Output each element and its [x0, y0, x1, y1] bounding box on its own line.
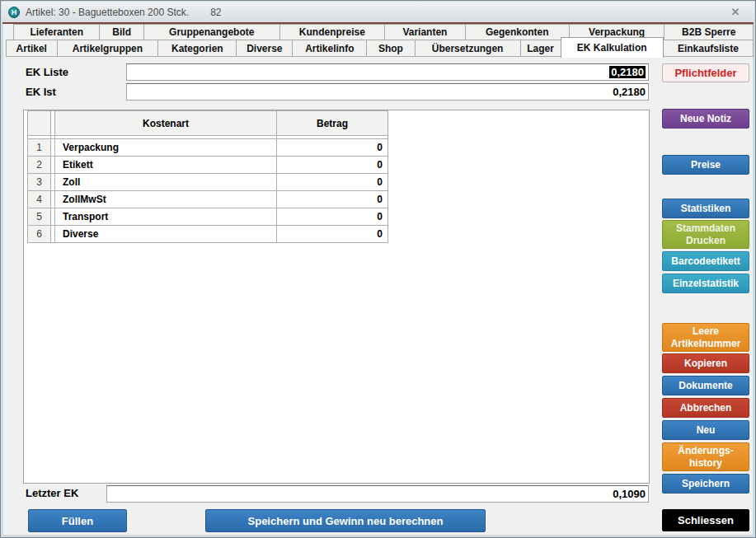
- einzelstatistik-button[interactable]: Einzelstatistik: [662, 274, 749, 293]
- tab-ek-kalkulation[interactable]: EK Kalkulation: [561, 37, 664, 58]
- tab-shop[interactable]: Shop: [366, 40, 415, 57]
- table-row-betrag[interactable]: 0: [277, 139, 387, 156]
- table-corner-cell: [28, 111, 50, 135]
- table-row-kostenart[interactable]: ZollMwSt: [55, 191, 276, 208]
- aenderungs-history-button[interactable]: Änderungs-history: [662, 442, 749, 471]
- column-header-kostenart: Kostenart: [55, 111, 276, 135]
- table-row-betrag[interactable]: 0: [277, 226, 387, 242]
- ek-liste-label: EK Liste: [26, 66, 68, 78]
- close-icon[interactable]: ✕: [726, 4, 744, 19]
- pflichtfelder-button[interactable]: Pflichtfelder: [662, 63, 749, 82]
- table-row-betrag[interactable]: 0: [277, 191, 387, 208]
- tab-row-2: Artikel Artikelgruppen Kategorien Divers…: [4, 40, 754, 57]
- speichern-button[interactable]: Speichern: [662, 474, 749, 494]
- artikel-window: H Artikel: 30 - Baguetteboxen 200 Stck. …: [0, 0, 756, 538]
- tab-b2b-sperre[interactable]: B2B Sperre: [664, 24, 754, 40]
- stammdaten-drucken-button[interactable]: Stammdaten Drucken: [662, 220, 749, 249]
- row-number: 2: [28, 157, 50, 173]
- letzter-ek-value: 0,1090: [613, 488, 646, 500]
- table-row-betrag[interactable]: 0: [277, 174, 387, 190]
- letzter-ek-field[interactable]: 0,1090: [106, 485, 649, 503]
- tab-artikelgruppen[interactable]: Artikelgruppen: [57, 40, 159, 57]
- window-title-number: 82: [210, 7, 221, 18]
- ek-ist-label: EK Ist: [26, 86, 56, 98]
- ek-liste-value: 0,2180: [609, 66, 646, 78]
- table-row-kostenart[interactable]: Verpackung: [55, 139, 276, 156]
- app-icon: H: [8, 7, 20, 18]
- row-number: 5: [28, 208, 50, 225]
- statistiken-button[interactable]: Statistiken: [662, 199, 749, 218]
- kopieren-button[interactable]: Kopieren: [662, 353, 749, 373]
- tab-diverse[interactable]: Diverse: [236, 40, 293, 57]
- letzter-ek-label: Letzter EK: [26, 487, 78, 499]
- preise-button[interactable]: Preise: [662, 155, 749, 175]
- ek-ist-field[interactable]: 0,2180: [126, 83, 649, 101]
- ek-ist-value: 0,2180: [613, 86, 646, 98]
- leere-artikelnummer-button[interactable]: Leere Artikelnummer: [662, 323, 749, 352]
- table-row-kostenart[interactable]: Etikett: [55, 157, 276, 173]
- kostenart-table: Kostenart Betrag 1 Verpackung 0 2 Etiket…: [27, 110, 388, 243]
- row-number: 4: [28, 191, 50, 208]
- table-row-betrag[interactable]: 0: [277, 157, 387, 173]
- row-number: 6: [28, 226, 50, 242]
- neu-button[interactable]: Neu: [662, 420, 749, 440]
- ek-liste-field[interactable]: 0,2180: [126, 63, 649, 81]
- tab-lager[interactable]: Lager: [520, 40, 561, 57]
- tab-kategorien[interactable]: Kategorien: [157, 40, 237, 57]
- tab-einkaufsliste[interactable]: Einkaufsliste: [663, 40, 754, 57]
- table-row-kostenart[interactable]: Zoll: [55, 174, 276, 190]
- neue-notiz-button[interactable]: Neue Notiz: [662, 109, 749, 129]
- tab-artikelinfo[interactable]: Artikelinfo: [292, 40, 367, 57]
- barcodeetikett-button[interactable]: Barcodeetikett: [662, 251, 749, 271]
- abbrechen-button[interactable]: Abbrechen: [662, 398, 749, 418]
- row-number: 1: [28, 139, 50, 156]
- tab-gruppenangebote[interactable]: Gruppenangebote: [143, 24, 280, 40]
- tab-kundenpreise[interactable]: Kundenpreise: [279, 24, 385, 40]
- column-header-betrag: Betrag: [277, 111, 387, 135]
- table-row-betrag[interactable]: 0: [277, 208, 387, 225]
- tab-artikel[interactable]: Artikel: [6, 40, 58, 57]
- schliessen-button[interactable]: Schliessen: [662, 509, 749, 531]
- table-row-kostenart[interactable]: Transport: [55, 208, 276, 225]
- tab-gegenkonten[interactable]: Gegenkonten: [465, 24, 570, 40]
- dokumente-button[interactable]: Dokumente: [662, 376, 749, 395]
- title-bar: H Artikel: 30 - Baguetteboxen 200 Stck. …: [2, 2, 754, 22]
- window-title: Artikel: 30 - Baguetteboxen 200 Stck.: [26, 7, 189, 18]
- speichern-gewinn-button[interactable]: Speichern und Gewinn neu berechnen: [205, 509, 486, 532]
- fuellen-button[interactable]: Füllen: [28, 509, 127, 532]
- table-row-kostenart[interactable]: Diverse: [55, 226, 276, 242]
- tab-lieferanten[interactable]: Lieferanten: [13, 24, 100, 40]
- tab-uebersetzungen[interactable]: Übersetzungen: [415, 40, 521, 57]
- tab-bild[interactable]: Bild: [99, 24, 143, 40]
- row-number: 3: [28, 174, 50, 190]
- tab-varianten[interactable]: Varianten: [384, 24, 466, 40]
